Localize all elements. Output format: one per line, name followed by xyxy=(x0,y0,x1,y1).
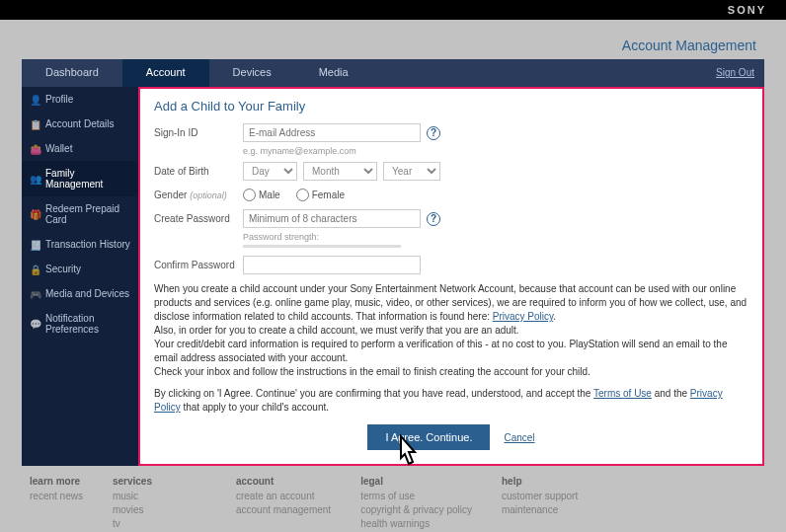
footer-link[interactable]: customer support xyxy=(502,491,578,501)
pw-strength-label: Password strength: xyxy=(243,232,748,242)
gender-female-radio[interactable]: Female xyxy=(296,189,345,201)
help-icon[interactable]: ? xyxy=(427,212,440,226)
history-icon: 🧾 xyxy=(30,240,39,250)
wallet-icon: 👛 xyxy=(30,144,39,154)
devices-icon: 🎮 xyxy=(30,289,39,299)
create-pw-input[interactable] xyxy=(243,209,421,228)
lock-icon: 🔒 xyxy=(30,265,39,274)
dob-day-select[interactable]: Day xyxy=(243,162,297,181)
tab-media[interactable]: Media xyxy=(295,59,372,87)
form-title: Add a Child to Your Family xyxy=(154,99,748,114)
sidebar-item-account-details[interactable]: 📋Account Details xyxy=(22,112,138,136)
content-panel: Add a Child to Your Family Sign-In ID ? … xyxy=(138,87,764,466)
sidebar-item-transactions[interactable]: 🧾Transaction History xyxy=(22,232,138,257)
profile-icon: 👤 xyxy=(30,95,39,105)
footer-link[interactable]: maintenance xyxy=(502,504,578,515)
cursor-icon xyxy=(390,434,424,474)
sidebar-item-security[interactable]: 🔒Security xyxy=(22,257,138,281)
privacy-policy-link[interactable]: Privacy Policy xyxy=(493,311,554,322)
agree-continue-button[interactable]: I Agree. Continue. xyxy=(367,424,490,450)
page-title: Account Management xyxy=(22,38,764,59)
tab-bar: Dashboard Account Devices Media Sign Out xyxy=(22,59,764,87)
sidebar-item-profile[interactable]: 👤Profile xyxy=(22,87,138,112)
info-paragraph-2: By clicking on 'I Agree. Continue' you a… xyxy=(154,387,748,415)
footer-col-services: services music movies tv games PlayMemor… xyxy=(113,476,206,532)
dob-label: Date of Birth xyxy=(154,166,243,177)
footer-col-learn: learn more recent news xyxy=(30,476,83,532)
footer-link[interactable]: tv xyxy=(113,518,206,529)
footer-link[interactable]: copyright & privacy policy xyxy=(360,504,472,515)
dob-month-select[interactable]: Month xyxy=(303,162,377,181)
footer-link[interactable]: health warnings xyxy=(360,518,472,529)
footer-link[interactable]: terms of use xyxy=(360,491,472,501)
terms-of-use-link[interactable]: Terms of Use xyxy=(593,388,652,399)
dob-year-select[interactable]: Year xyxy=(383,162,440,181)
tab-account[interactable]: Account xyxy=(122,59,209,87)
sidebar-item-media-devices[interactable]: 🎮Media and Devices xyxy=(22,281,138,306)
sidebar-item-notifications[interactable]: 💬Notification Preferences xyxy=(22,306,138,342)
footer-link[interactable]: recent news xyxy=(30,491,83,501)
footer-col-legal: legal terms of use copyright & privacy p… xyxy=(360,476,472,532)
info-paragraph-1: When you create a child account under yo… xyxy=(154,282,748,379)
sidebar-item-family[interactable]: 👥Family Management xyxy=(22,161,138,196)
sidebar-item-wallet[interactable]: 👛Wallet xyxy=(22,136,138,161)
create-pw-label: Create Password xyxy=(154,213,243,224)
confirm-pw-input[interactable] xyxy=(243,256,421,274)
footer-col-account: account create an account account manage… xyxy=(236,476,331,532)
family-icon: 👥 xyxy=(30,174,39,184)
top-brand-bar: SONY xyxy=(0,0,786,20)
confirm-pw-label: Confirm Password xyxy=(154,260,243,270)
help-icon[interactable]: ? xyxy=(427,126,440,140)
sidebar: 👤Profile 📋Account Details 👛Wallet 👥Famil… xyxy=(22,87,138,466)
tab-dashboard[interactable]: Dashboard xyxy=(22,59,122,87)
card-icon: 🎁 xyxy=(30,209,39,219)
cancel-link[interactable]: Cancel xyxy=(504,432,534,443)
signin-label: Sign-In ID xyxy=(154,127,243,138)
sidebar-item-redeem[interactable]: 🎁Redeem Prepaid Card xyxy=(22,196,138,232)
details-icon: 📋 xyxy=(30,119,39,129)
footer-link[interactable]: create an account xyxy=(236,491,331,501)
sign-out-link[interactable]: Sign Out xyxy=(716,67,754,78)
bell-icon: 💬 xyxy=(30,319,39,329)
footer-link[interactable]: movies xyxy=(113,504,206,515)
footer: learn more recent news services music mo… xyxy=(22,466,764,532)
signin-hint: e.g. myname@example.com xyxy=(243,146,748,156)
footer-col-help: help customer support maintenance xyxy=(502,476,578,532)
signin-input[interactable] xyxy=(243,123,421,142)
tab-devices[interactable]: Devices xyxy=(209,59,295,87)
footer-link[interactable]: account management xyxy=(236,504,331,515)
gender-male-radio[interactable]: Male xyxy=(243,189,280,201)
footer-link[interactable]: music xyxy=(113,491,206,501)
pw-strength-bar xyxy=(243,245,401,248)
gender-label: Gender (optional) xyxy=(154,190,243,200)
brand-logo: SONY xyxy=(728,4,766,16)
